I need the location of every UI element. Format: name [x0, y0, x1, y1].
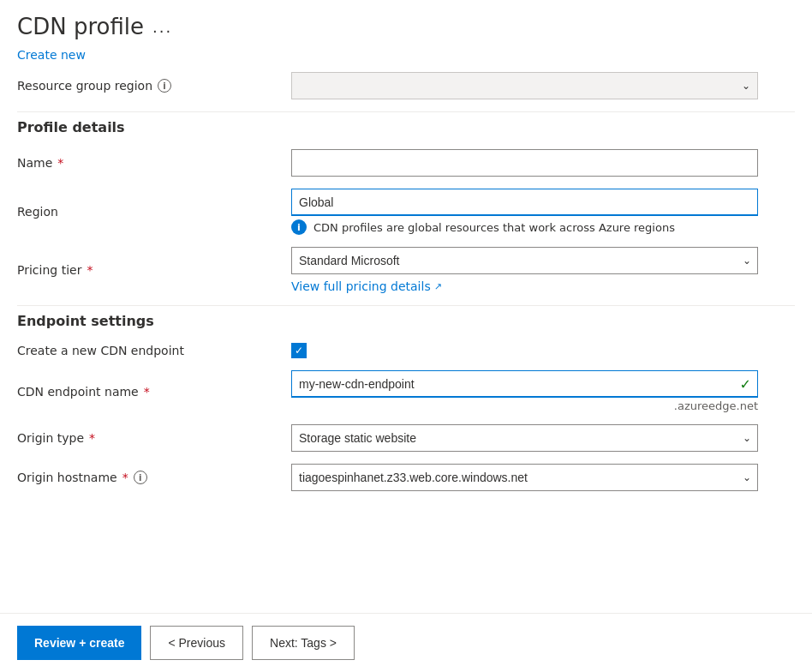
cdn-endpoint-name-input[interactable] [291, 370, 758, 398]
region-row: Region i CDN profiles are global resourc… [17, 189, 795, 235]
endpoint-settings-section: Endpoint settings Create a new CDN endpo… [17, 313, 795, 491]
create-cdn-endpoint-checkbox-wrapper: ✓ [291, 343, 758, 358]
pricing-tier-label: Pricing tier * [17, 263, 291, 277]
origin-hostname-select[interactable]: tiagoespinhanet.z33.web.core.windows.net [291, 464, 758, 491]
info-circle-icon: i [291, 219, 307, 235]
page-header: CDN profile ... [0, 0, 812, 48]
pricing-tier-select[interactable]: Standard Microsoft Standard Akamai Stand… [291, 247, 758, 274]
cdn-endpoint-name-row: CDN endpoint name * ✓ .azureedge.net [17, 370, 795, 412]
resource-group-region-control: ⌄ [291, 72, 758, 99]
name-control [291, 149, 758, 177]
resource-group-region-label: Resource group region i [17, 79, 291, 93]
origin-type-label: Origin type * [17, 431, 291, 445]
profile-details-section: Profile details Name * Region [17, 119, 795, 293]
bottom-bar: Review + create < Previous Next: Tags > [0, 613, 812, 672]
page-container: CDN profile ... Create new Resource grou… [0, 0, 812, 672]
pricing-tier-select-wrapper: Standard Microsoft Standard Akamai Stand… [291, 247, 758, 274]
resource-group-region-info-icon[interactable]: i [158, 79, 171, 93]
main-content: Create new Resource group region i ⌄ Pro… [0, 48, 812, 613]
name-label: Name * [17, 156, 291, 170]
endpoint-check-icon: ✓ [740, 376, 751, 393]
region-label: Region [17, 205, 291, 219]
pricing-tier-control: Standard Microsoft Standard Akamai Stand… [291, 247, 758, 293]
pricing-tier-row: Pricing tier * Standard Microsoft Standa… [17, 247, 795, 293]
divider-2 [17, 305, 795, 306]
name-input[interactable] [291, 149, 758, 177]
origin-hostname-select-wrapper: tiagoespinhanet.z33.web.core.windows.net… [291, 464, 758, 491]
origin-type-control: Storage static website Storage Cloud ser… [291, 424, 758, 452]
pricing-details-link[interactable]: View full pricing details ↗ [291, 279, 442, 293]
origin-hostname-control: tiagoespinhanet.z33.web.core.windows.net… [291, 464, 758, 491]
cdn-endpoint-name-wrapper: ✓ [291, 370, 758, 398]
cdn-endpoint-name-required-star: * [144, 385, 150, 399]
create-cdn-endpoint-checkbox[interactable]: ✓ [291, 343, 307, 358]
region-control: i CDN profiles are global resources that… [291, 189, 758, 235]
origin-type-select[interactable]: Storage static website Storage Cloud ser… [291, 424, 758, 452]
origin-type-row: Origin type * Storage static website Sto… [17, 424, 795, 452]
more-options-icon[interactable]: ... [152, 18, 172, 36]
name-row: Name * [17, 149, 795, 177]
origin-hostname-info-icon[interactable]: i [134, 471, 147, 484]
resource-group-region-chevron: ⌄ [742, 80, 750, 92]
previous-button[interactable]: < Previous [150, 626, 243, 660]
name-required-star: * [57, 156, 63, 170]
external-link-icon: ↗ [434, 281, 442, 292]
create-cdn-endpoint-row: Create a new CDN endpoint ✓ [17, 343, 795, 358]
origin-hostname-row: Origin hostname * i tiagoespinhanet.z33.… [17, 464, 795, 491]
cdn-endpoint-name-control: ✓ .azureedge.net [291, 370, 758, 412]
profile-details-heading: Profile details [17, 119, 795, 135]
cdn-endpoint-name-label: CDN endpoint name * [17, 385, 291, 399]
pricing-tier-required-star: * [87, 263, 93, 277]
origin-hostname-label: Origin hostname * i [17, 471, 291, 484]
region-input[interactable] [291, 189, 758, 216]
origin-type-required-star: * [89, 431, 95, 445]
region-info-message: i CDN profiles are global resources that… [291, 219, 758, 235]
create-cdn-endpoint-label: Create a new CDN endpoint [17, 344, 291, 357]
next-button[interactable]: Next: Tags > [252, 626, 355, 660]
resource-group-region-row: Resource group region i ⌄ [17, 72, 795, 99]
review-create-button[interactable]: Review + create [17, 626, 141, 660]
azureedge-suffix: .azureedge.net [291, 399, 758, 412]
page-title: CDN profile [17, 14, 144, 39]
divider-1 [17, 111, 795, 112]
origin-type-select-wrapper: Storage static website Storage Cloud ser… [291, 424, 758, 452]
checkbox-check-icon: ✓ [295, 345, 303, 357]
create-cdn-endpoint-control: ✓ [291, 343, 758, 358]
origin-hostname-required-star: * [122, 471, 128, 484]
endpoint-settings-heading: Endpoint settings [17, 313, 795, 329]
resource-group-region-display[interactable]: ⌄ [291, 72, 758, 99]
create-new-link[interactable]: Create new [17, 48, 86, 62]
